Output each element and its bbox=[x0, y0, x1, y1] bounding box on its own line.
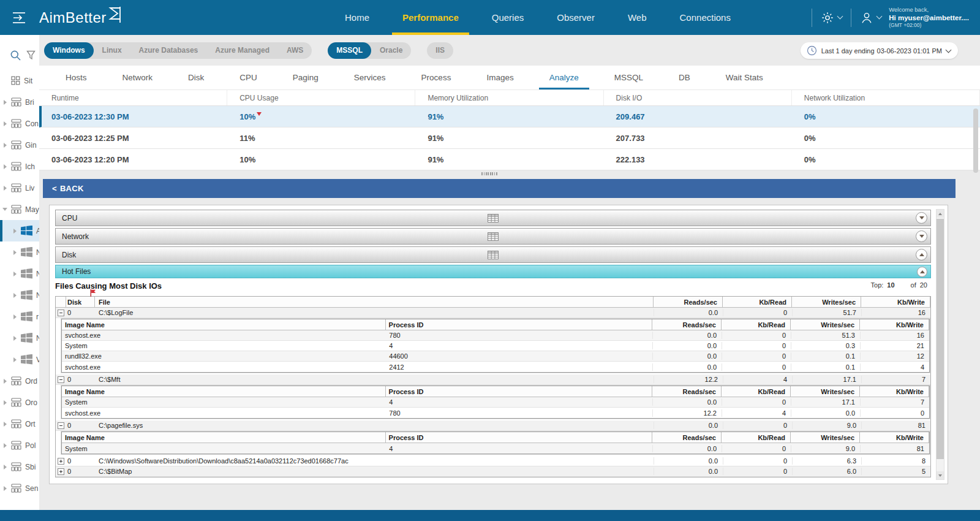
tab-services[interactable]: Services bbox=[336, 66, 404, 89]
chevron-right-icon[interactable] bbox=[10, 250, 20, 255]
process-row[interactable]: System40.0017.17 bbox=[62, 397, 929, 408]
column-header-writes-sec[interactable]: Writes/sec bbox=[791, 432, 860, 443]
collapse-minus-icon[interactable] bbox=[58, 376, 64, 383]
sidebar-item-ord[interactable]: Ord bbox=[0, 370, 39, 392]
accordion-section-cpu[interactable]: CPU bbox=[55, 210, 931, 226]
column-header-memory-utilization[interactable]: Memory Utilization bbox=[415, 90, 603, 105]
hot-file-group-row[interactable]: 0C:\pagefile.sys0.009.081 bbox=[56, 420, 930, 431]
sidebar-item-r[interactable]: r bbox=[0, 306, 39, 327]
collapse-minus-icon[interactable] bbox=[58, 310, 64, 316]
scroll-down-icon[interactable] bbox=[937, 471, 944, 479]
sidebar-item-con[interactable]: Con bbox=[0, 113, 39, 134]
expand-plus-icon[interactable] bbox=[58, 458, 64, 465]
column-header-disk-i-o[interactable]: Disk I/O bbox=[604, 90, 792, 105]
panel-scrollbar[interactable] bbox=[936, 209, 944, 480]
chevron-right-icon[interactable] bbox=[0, 443, 10, 448]
hot-file-group-row[interactable]: 0C:\Windows\SoftwareDistribution\Downloa… bbox=[56, 456, 930, 466]
chevron-right-icon[interactable] bbox=[10, 314, 20, 319]
chevron-right-icon[interactable] bbox=[0, 164, 10, 169]
sidebar-collapse-icon[interactable] bbox=[9, 9, 29, 27]
resize-grip-handle[interactable] bbox=[481, 172, 499, 175]
runtime-table-scrollbar[interactable] bbox=[973, 108, 978, 173]
sidebar-item-n[interactable]: N bbox=[0, 241, 39, 263]
chevron-right-icon[interactable] bbox=[0, 422, 10, 427]
filter-chip-oracle[interactable]: Oracle bbox=[371, 42, 411, 59]
column-header-kb-write[interactable]: Kb/Write bbox=[860, 319, 929, 330]
tab-images[interactable]: Images bbox=[469, 66, 531, 89]
chevron-right-icon[interactable] bbox=[10, 293, 20, 298]
user-avatar-icon[interactable] bbox=[860, 11, 881, 25]
sidebar-item-liv[interactable]: Liv bbox=[0, 177, 39, 199]
filter-chip-aws[interactable]: AWS bbox=[278, 42, 312, 59]
column-header-reads-sec[interactable]: Reads/sec bbox=[654, 297, 723, 308]
chevron-right-icon[interactable] bbox=[10, 272, 20, 276]
scrollbar-thumb[interactable] bbox=[937, 219, 944, 459]
filter-chip-azure-databases[interactable]: Azure Databases bbox=[130, 42, 207, 59]
nav-item-connections[interactable]: Connections bbox=[663, 0, 747, 35]
table-grid-icon[interactable] bbox=[488, 251, 499, 259]
column-header-kb-write[interactable]: Kb/Write bbox=[861, 297, 930, 308]
chevron-right-icon[interactable] bbox=[10, 229, 20, 234]
tab-hosts[interactable]: Hosts bbox=[48, 66, 105, 89]
process-row[interactable]: svchost.exe7800.0051.316 bbox=[62, 330, 929, 341]
chevron-right-icon[interactable] bbox=[0, 400, 10, 405]
collapse-arrow-icon[interactable] bbox=[916, 249, 927, 260]
sidebar-item-sen[interactable]: Sen bbox=[0, 477, 39, 499]
chevron-right-icon[interactable] bbox=[0, 121, 10, 126]
filter-icon[interactable] bbox=[26, 50, 36, 61]
filter-chip-mssql[interactable]: MSSQL bbox=[328, 42, 371, 59]
top-n-selector[interactable]: Top: 10 of 20 bbox=[871, 281, 931, 289]
expand-arrow-icon[interactable] bbox=[916, 212, 927, 224]
tab-network[interactable]: Network bbox=[105, 66, 171, 89]
runtime-row[interactable]: 03-06-2023 12:30 PM10%91%209.4670% bbox=[39, 106, 980, 127]
sidebar-item-sit[interactable]: Sit bbox=[0, 70, 39, 91]
chevron-right-icon[interactable] bbox=[0, 143, 10, 148]
process-row[interactable]: System40.009.081 bbox=[62, 443, 929, 454]
tab-process[interactable]: Process bbox=[404, 66, 469, 89]
settings-gear-icon[interactable] bbox=[821, 11, 842, 25]
column-header-image-name[interactable]: Image Name bbox=[62, 319, 386, 330]
chevron-right-icon[interactable] bbox=[0, 186, 10, 191]
tab-analyze[interactable]: Analyze bbox=[532, 66, 597, 89]
search-icon[interactable] bbox=[10, 50, 21, 61]
sidebar-item-n[interactable]: N bbox=[0, 263, 39, 284]
top-value[interactable]: 10 bbox=[887, 281, 894, 289]
column-header-kb-read[interactable]: Kb/Read bbox=[722, 386, 791, 397]
process-row[interactable]: System40.000.321 bbox=[62, 341, 929, 351]
column-header-reads-sec[interactable]: Reads/sec bbox=[652, 319, 722, 330]
tab-cpu[interactable]: CPU bbox=[222, 66, 275, 89]
sidebar-item-bri[interactable]: Bri bbox=[0, 91, 39, 113]
nav-item-web[interactable]: Web bbox=[611, 0, 663, 35]
column-header-image-name[interactable]: Image Name bbox=[62, 386, 386, 397]
column-header-process-id[interactable]: Process ID bbox=[386, 386, 652, 397]
column-header-cpu-usage[interactable]: CPU Usage bbox=[227, 90, 415, 105]
column-header-network-utilization[interactable]: Network Utilization bbox=[792, 90, 980, 105]
column-header-runtime[interactable]: Runtime bbox=[39, 90, 227, 105]
column-header-kb-read[interactable]: Kb/Read bbox=[722, 432, 791, 443]
nav-item-performance[interactable]: Performance bbox=[386, 0, 475, 35]
column-header-kb-read[interactable]: Kb/Read bbox=[723, 297, 792, 308]
column-header-file[interactable]: File bbox=[95, 297, 654, 308]
chevron-right-icon[interactable] bbox=[0, 486, 10, 491]
column-header-process-id[interactable]: Process ID bbox=[386, 319, 652, 330]
sidebar-item-oro[interactable]: Oro bbox=[0, 392, 39, 413]
column-header-kb-write[interactable]: Kb/Write bbox=[860, 432, 929, 443]
filter-chip-iis[interactable]: IIS bbox=[427, 42, 453, 59]
sidebar-item-sbi[interactable]: Sbi bbox=[0, 456, 39, 477]
hot-file-group-row[interactable]: 0C:\$BitMap0.006.05 bbox=[56, 466, 930, 477]
process-row[interactable]: svchost.exe78012.240.00 bbox=[62, 408, 929, 418]
expand-plus-icon[interactable] bbox=[58, 468, 64, 475]
runtime-row[interactable]: 03-06-2023 12:25 PM11%91%207.7330% bbox=[39, 127, 980, 149]
nav-item-queries[interactable]: Queries bbox=[475, 0, 541, 35]
sidebar-item-pol[interactable]: Pol bbox=[0, 435, 39, 456]
accordion-section-disk[interactable]: Disk bbox=[55, 246, 931, 263]
sidebar-item-may[interactable]: May bbox=[0, 199, 39, 220]
chevron-right-icon[interactable] bbox=[0, 379, 10, 384]
app-logo[interactable]: AimBetter bbox=[39, 9, 123, 26]
filter-chip-linux[interactable]: Linux bbox=[94, 42, 130, 59]
expand-arrow-icon[interactable] bbox=[916, 230, 927, 242]
chevron-right-icon[interactable] bbox=[10, 357, 20, 362]
sidebar-item-ort[interactable]: Ort bbox=[0, 413, 39, 435]
tab-disk[interactable]: Disk bbox=[170, 66, 222, 89]
table-grid-icon[interactable] bbox=[488, 232, 499, 241]
